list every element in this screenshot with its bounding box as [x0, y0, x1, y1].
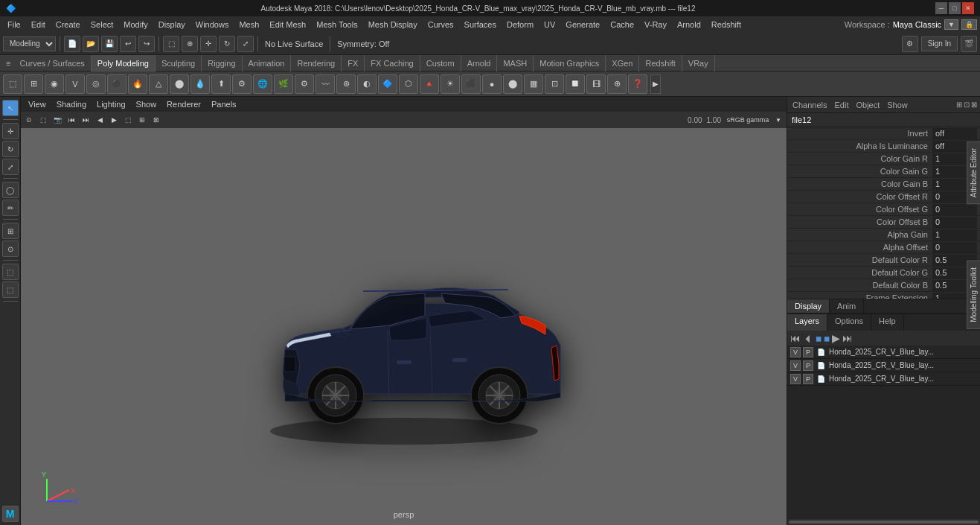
undo-btn[interactable]: ↩ — [120, 36, 136, 52]
shelf-icon-10[interactable]: 💧 — [190, 74, 210, 94]
tab-fx[interactable]: FX — [342, 55, 365, 71]
cb-channels-tab[interactable]: Channels — [790, 101, 829, 109]
select-mode-btn[interactable]: ↖ — [2, 100, 19, 116]
maximize-btn[interactable]: □ — [949, 2, 961, 14]
menu-item-arnold[interactable]: Arnold — [673, 19, 705, 31]
display-options-btn[interactable]: ⚙ — [902, 36, 918, 52]
tab-anim[interactable]: Anim — [830, 299, 864, 313]
menu-item-mesh[interactable]: Mesh — [234, 19, 263, 31]
cb-row-color-offset-g[interactable]: Color Offset G 0 — [787, 203, 980, 216]
tab-redshift[interactable]: Redshift — [639, 55, 682, 71]
render-btn[interactable]: ⬚ — [2, 281, 19, 298]
layer-tab-options[interactable]: Options — [827, 314, 871, 331]
rotate-tool-btn[interactable]: ↻ — [2, 141, 19, 157]
menu-item-select[interactable]: Select — [86, 19, 118, 31]
maya-logo[interactable]: M — [2, 506, 19, 522]
layer-nav-fwd[interactable]: ▶ — [832, 332, 840, 344]
menu-item-curves[interactable]: Curves — [423, 19, 458, 31]
shelf-icon-13[interactable]: 🌐 — [253, 74, 272, 94]
open-file-btn[interactable]: 📂 — [83, 36, 99, 52]
shelf-icon-25[interactable]: ⬤ — [503, 74, 522, 94]
layer-p-btn-2[interactable]: P — [803, 360, 813, 371]
menu-item-cache[interactable]: Cache — [606, 19, 638, 31]
shelf-icon-16[interactable]: 〰 — [316, 74, 335, 94]
move-btn[interactable]: ✛ — [200, 36, 217, 52]
menu-item-deform[interactable]: Deform — [502, 19, 538, 31]
cb-row-color-offset-r[interactable]: Color Offset R 0 — [787, 191, 980, 203]
menu-item-surfaces[interactable]: Surfaces — [460, 19, 501, 31]
shelf-icon-18[interactable]: ◐ — [357, 74, 377, 94]
layer-v-btn-1[interactable]: V — [790, 347, 801, 357]
vp-tb-btn10[interactable]: ⊠ — [150, 113, 163, 127]
layer-nav-end[interactable]: ⏭ — [842, 332, 853, 344]
snap-btn[interactable]: ⊞ — [2, 223, 19, 239]
cb-row-color-offset-b[interactable]: Color Offset B 0 — [787, 216, 980, 229]
menu-item-modify[interactable]: Modify — [119, 19, 152, 31]
cb-row-alpha-gain[interactable]: Alpha Gain 1 — [787, 229, 980, 241]
shelf-icon-1[interactable]: ⬚ — [3, 74, 22, 94]
shelf-scroll-right[interactable]: ▶ — [650, 74, 661, 94]
shelf-menu-btn[interactable]: ≡ — [3, 59, 13, 68]
vp-tb-btn3[interactable]: 📷 — [51, 113, 64, 127]
workspace-lock-btn[interactable]: 🔒 — [961, 19, 977, 30]
layer-item-2[interactable]: V P 📄 Honda_2025_CR_V_Blue_lay... — [787, 359, 980, 372]
cb-row-alpha-lum[interactable]: Alpha Is Luminance off — [787, 140, 980, 153]
layer-item-3[interactable]: V P 📄 Honda_2025_CR_V_Blue_lay... — [787, 372, 980, 386]
vp-tb-btn6[interactable]: ◀ — [93, 113, 106, 127]
close-btn[interactable]: ✕ — [962, 2, 974, 14]
vp-tb-btn1[interactable]: ⊙ — [22, 113, 36, 127]
vp-menu-view[interactable]: View — [24, 99, 51, 109]
vp-menu-panels[interactable]: Panels — [207, 99, 241, 109]
cb-row-color-gain-r[interactable]: Color Gain R 1 — [787, 153, 980, 165]
vp-menu-lighting[interactable]: Lighting — [92, 99, 130, 109]
tab-motion-graphics[interactable]: Motion Graphics — [534, 55, 606, 71]
tab-sculpting[interactable]: Sculpting — [156, 55, 202, 71]
layer-tab-layers[interactable]: Layers — [787, 314, 827, 331]
camera-btn[interactable]: ⬚ — [2, 264, 19, 280]
layer-nav-back[interactable]: ⏴ — [803, 332, 813, 344]
vp-menu-show[interactable]: Show — [132, 99, 161, 109]
cb-row-color-gain-b[interactable]: Color Gain B 1 — [787, 178, 980, 191]
menu-item-windows[interactable]: Windows — [191, 19, 234, 31]
scale-btn[interactable]: ⤢ — [237, 36, 254, 52]
shelf-icon-7[interactable]: 🔥 — [128, 74, 147, 94]
shelf-icon-12[interactable]: ⚙ — [232, 74, 252, 94]
shelf-icon-26[interactable]: ▦ — [524, 74, 543, 94]
menu-item-file[interactable]: File — [3, 19, 25, 31]
menu-item-generate[interactable]: Generate — [561, 19, 604, 31]
tab-animation[interactable]: Animation — [243, 55, 292, 71]
shelf-icon-22[interactable]: ☀ — [441, 74, 460, 94]
cb-row-default-color-r[interactable]: Default Color R 0.5 — [787, 254, 980, 267]
sign-in-btn[interactable]: Sign In — [921, 36, 958, 51]
shelf-icon-23[interactable]: ⬛ — [461, 74, 481, 94]
tab-arnold[interactable]: Arnold — [461, 55, 498, 71]
minimize-btn[interactable]: ─ — [935, 2, 947, 14]
vp-tb-btn7[interactable]: ▶ — [107, 113, 121, 127]
shelf-icon-2[interactable]: ⊞ — [24, 74, 43, 94]
menu-item-uv[interactable]: UV — [539, 19, 560, 31]
menu-item-redshift[interactable]: Redshift — [707, 19, 746, 31]
cb-row-frame-extension[interactable]: Frame Extension 1 — [787, 292, 980, 299]
cb-row-color-gain-g[interactable]: Color Gain G 1 — [787, 165, 980, 178]
attribute-editor-side-tab[interactable]: Attribute Editor — [967, 141, 980, 204]
shelf-icon-20[interactable]: ⬡ — [399, 74, 418, 94]
tab-mash[interactable]: MASH — [497, 55, 534, 71]
layer-item-1[interactable]: V P 📄 Honda_2025_CR_V_Blue_lay... — [787, 346, 980, 359]
lasso-btn[interactable]: ⊕ — [182, 36, 198, 52]
layer-v-btn-3[interactable]: V — [790, 374, 801, 384]
shelf-icon-3[interactable]: ◉ — [45, 74, 64, 94]
cb-row-default-color-g[interactable]: Default Color G 0.5 — [787, 267, 980, 279]
render-settings-btn[interactable]: 🎬 — [961, 36, 977, 52]
lasso-select-btn[interactable]: ⊙ — [2, 241, 19, 257]
paint-btn[interactable]: ✏ — [2, 200, 19, 216]
shelf-icon-8[interactable]: △ — [149, 74, 168, 94]
move-tool-btn[interactable]: ✛ — [2, 123, 19, 139]
shelf-icon-5[interactable]: ◎ — [86, 74, 106, 94]
shelf-icon-27[interactable]: ⊡ — [545, 74, 564, 94]
layer-scrollbar[interactable] — [787, 519, 980, 525]
tab-curves-surfaces[interactable]: Curves / Surfaces — [13, 55, 91, 71]
cb-show-tab[interactable]: Show — [885, 101, 910, 109]
layer-scroll-track[interactable] — [789, 521, 979, 524]
menu-item-create[interactable]: Create — [51, 19, 85, 31]
layer-p-btn-3[interactable]: P — [803, 374, 813, 384]
